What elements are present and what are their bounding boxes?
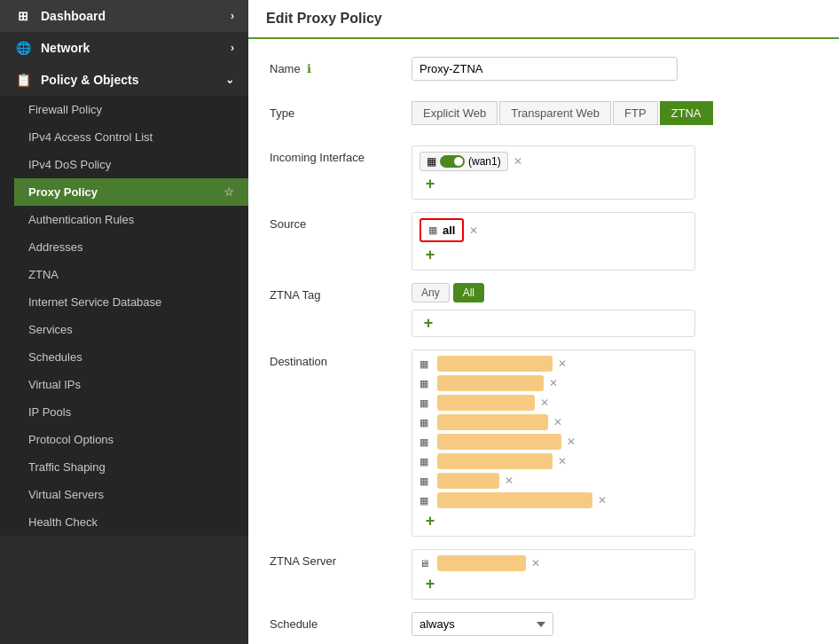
schedule-field: always (412, 612, 818, 636)
dest-bar-4 (437, 434, 561, 450)
dest-remove-2[interactable]: ✕ (540, 397, 549, 409)
source-add-button[interactable]: + (420, 246, 441, 264)
interface-toggle[interactable] (440, 155, 465, 168)
sidebar-item-virtual-servers[interactable]: Virtual Servers (14, 481, 248, 508)
dest-add-button[interactable]: + (420, 512, 441, 530)
interface-remove-icon[interactable]: ✕ (514, 155, 522, 168)
dest-bar-6 (437, 473, 499, 489)
dest-remove-6[interactable]: ✕ (505, 475, 514, 487)
name-label-text: Name (270, 62, 301, 75)
ztna-server-remove[interactable]: ✕ (531, 557, 540, 569)
ztna-tag-label-text: ZTNA Tag (270, 288, 321, 302)
sidebar-item-protocol-options[interactable]: Protocol Options (14, 426, 248, 453)
sidebar-label-vips: Virtual IPs (28, 378, 81, 391)
interface-name-text: (wan1) (468, 155, 501, 168)
ztna-server-add-button[interactable]: + (420, 575, 441, 593)
form-area: Name ℹ Type Explicit Web Transparent Web… (248, 39, 839, 644)
dest-icon-6: ▦ (420, 475, 432, 487)
schedule-select[interactable]: always (412, 612, 553, 636)
sidebar-item-ipv4-acl[interactable]: IPv4 Access Control List (14, 123, 248, 151)
dest-icon-4: ▦ (420, 436, 432, 448)
source-remove-icon[interactable]: ✕ (469, 224, 478, 237)
name-row: Name ℹ (270, 57, 818, 89)
ztna-tag-row: ZTNA Tag Any All + (270, 283, 818, 337)
dest-icon-2: ▦ (420, 397, 432, 409)
sidebar-item-virtual-ips[interactable]: Virtual IPs (14, 371, 248, 398)
sidebar-item-traffic-shaping[interactable]: Traffic Shaping (14, 453, 248, 481)
network-icon: 🌐 (14, 41, 32, 55)
interface-box: ▦ (wan1) ✕ + (412, 145, 695, 200)
sidebar-item-auth-rules[interactable]: Authentication Rules (14, 206, 248, 233)
dest-remove-5[interactable]: ✕ (558, 455, 567, 467)
type-btn-ftp[interactable]: FTP (613, 101, 658, 125)
dest-remove-7[interactable]: ✕ (598, 494, 607, 507)
sidebar-label-protopts: Protocol Options (28, 433, 114, 446)
type-btn-transparent[interactable]: Transparent Web (499, 101, 611, 125)
sidebar-label-ipv4dos: IPv4 DoS Policy (28, 158, 111, 171)
dashboard-icon: ⊞ (14, 9, 32, 23)
interface-field-row: ▦ (wan1) ✕ (420, 152, 687, 171)
sidebar-item-firewall-policy[interactable]: Firewall Policy (14, 96, 248, 123)
source-field-row: ▦ all ✕ (420, 218, 687, 242)
ztna-tag-btn-all[interactable]: All (453, 283, 484, 302)
destination-row: Destination ▦ ✕ ▦ ✕ ▦ (270, 349, 818, 537)
policy-icon: 📋 (14, 73, 32, 87)
name-label: Name ℹ (270, 57, 412, 75)
sidebar-label-isd: Internet Service Database (28, 295, 161, 309)
ztna-tag-add-button[interactable]: + (418, 314, 439, 333)
source-add-row: + (420, 246, 687, 264)
destination-field: ▦ ✕ ▦ ✕ ▦ ✕ ▦ (412, 349, 818, 537)
dest-icon-5: ▦ (420, 456, 432, 467)
sidebar-item-ipv4-dos[interactable]: IPv4 DoS Policy (14, 151, 248, 178)
sidebar-label-policy: Policy & Objects (41, 73, 138, 87)
sidebar-item-network[interactable]: 🌐 Network › (0, 32, 248, 64)
sidebar-item-isd[interactable]: Internet Service Database (14, 288, 248, 316)
sidebar-item-schedules[interactable]: Schedules (14, 343, 248, 371)
dest-row-6: ▦ ✕ (420, 473, 687, 489)
ztna-server-field: 🖥 ✕ + (412, 549, 818, 600)
dest-remove-0[interactable]: ✕ (558, 357, 567, 370)
sidebar-label-firewall: Firewall Policy (28, 103, 102, 116)
source-pill[interactable]: ▦ all (420, 218, 464, 242)
dest-add-row: + (420, 512, 687, 530)
sidebar-item-ip-pools[interactable]: IP Pools (14, 398, 248, 426)
sidebar: ⊞ Dashboard › 🌐 Network › 📋 Policy & Obj… (0, 0, 248, 644)
interface-add-button[interactable]: + (420, 175, 441, 193)
dest-row-0: ▦ ✕ (420, 356, 687, 372)
name-input[interactable] (412, 57, 678, 81)
sidebar-item-proxy-policy[interactable]: Proxy Policy ☆ (14, 178, 248, 206)
ztna-tag-btn-any[interactable]: Any (412, 283, 450, 302)
sidebar-item-dashboard[interactable]: ⊞ Dashboard › (0, 0, 248, 32)
source-row: Source ▦ all ✕ + (270, 212, 818, 271)
source-box: ▦ all ✕ + (412, 212, 695, 271)
interface-pill[interactable]: ▦ (wan1) (420, 152, 508, 171)
ztna-tag-buttons: Any All (412, 283, 484, 302)
dest-icon-0: ▦ (420, 358, 432, 370)
interface-grid-icon: ▦ (427, 155, 436, 168)
sidebar-label-traffic: Traffic Shaping (28, 460, 106, 474)
type-btn-ztna[interactable]: ZTNA (660, 101, 713, 125)
source-value-text: all (443, 224, 455, 237)
dest-remove-4[interactable]: ✕ (567, 436, 576, 448)
destination-label-text: Destination (270, 355, 327, 368)
sidebar-item-services[interactable]: Services (14, 316, 248, 343)
dest-bar-2 (437, 395, 535, 411)
dest-row-7: ▦ ✕ (420, 492, 687, 508)
sidebar-submenu: Firewall Policy IPv4 Access Control List… (0, 96, 248, 536)
name-info-icon[interactable]: ℹ (307, 62, 311, 75)
sidebar-label-schedules: Schedules (28, 350, 82, 364)
type-btn-explicit[interactable]: Explicit Web (412, 101, 498, 125)
source-field: ▦ all ✕ + (412, 212, 818, 271)
dest-bar-3 (437, 414, 548, 430)
ztna-server-label: ZTNA Server (270, 549, 412, 568)
sidebar-item-addresses[interactable]: Addresses (14, 233, 248, 261)
sidebar-item-health-check[interactable]: Health Check (14, 508, 248, 536)
dest-remove-3[interactable]: ✕ (553, 416, 562, 428)
sidebar-item-policy-objects[interactable]: 📋 Policy & Objects ⌄ (0, 64, 248, 96)
ztna-server-bar (437, 555, 526, 571)
sidebar-item-ztna[interactable]: ZTNA (14, 261, 248, 288)
ztna-server-box: 🖥 ✕ + (412, 549, 695, 600)
dest-row-4: ▦ ✕ (420, 434, 687, 450)
dest-remove-1[interactable]: ✕ (549, 377, 558, 389)
page-title: Edit Proxy Policy (266, 11, 382, 26)
